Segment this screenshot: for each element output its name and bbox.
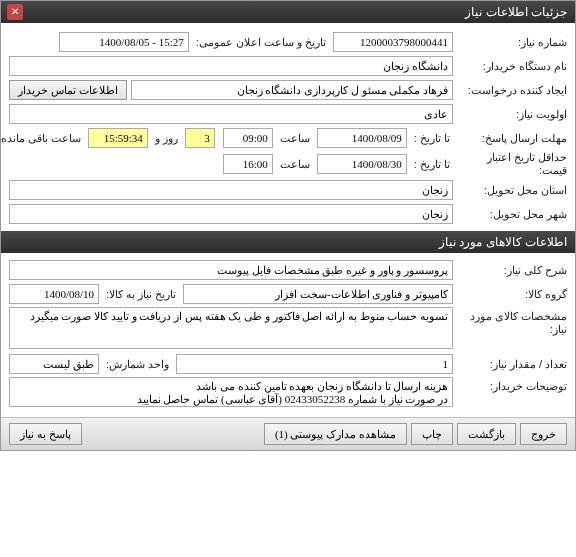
exit-button[interactable]: خروج bbox=[520, 423, 567, 445]
label-announce-datetime: تاریخ و ساعت اعلان عمومی: bbox=[193, 36, 329, 49]
need-no-field[interactable] bbox=[333, 32, 453, 52]
back-button[interactable]: بازگشت bbox=[457, 423, 516, 445]
request-creator-field[interactable] bbox=[131, 80, 454, 100]
need-to-date-field[interactable] bbox=[9, 284, 99, 304]
need-details-window: جزئیات اطلاعات نیاز ✕ شماره نیاز: تاریخ … bbox=[0, 0, 576, 451]
validity-time-field[interactable] bbox=[223, 154, 273, 174]
label-item-spec: مشخصات کالای مورد نیاز: bbox=[457, 307, 567, 336]
need-desc-field[interactable] bbox=[9, 260, 453, 280]
footer-toolbar: خروج بازگشت چاپ مشاهده مدارک پیوستی (1) … bbox=[1, 417, 575, 450]
validity-date-field[interactable] bbox=[317, 154, 407, 174]
item-spec-textarea[interactable] bbox=[9, 307, 453, 349]
window-title: جزئیات اطلاعات نیاز bbox=[465, 5, 567, 19]
reply-button[interactable]: پاسخ به نیاز bbox=[9, 423, 82, 445]
reply-date-field[interactable] bbox=[317, 128, 407, 148]
priority-field[interactable] bbox=[9, 104, 453, 124]
label-buyer-org: نام دستگاه خریدار: bbox=[457, 60, 567, 73]
province-field[interactable] bbox=[9, 180, 453, 200]
label-day-and: روز و bbox=[152, 132, 181, 145]
label-to-date-2: تا تاریخ : bbox=[411, 158, 453, 171]
label-to-date-1: تا تاریخ : bbox=[411, 132, 453, 145]
buyer-org-field[interactable] bbox=[9, 56, 453, 76]
reply-time-field[interactable] bbox=[223, 128, 273, 148]
label-need-no: شماره نیاز: bbox=[457, 36, 567, 49]
label-need-desc: شرح کلی نیاز: bbox=[457, 264, 567, 277]
time-left-field bbox=[88, 128, 148, 148]
qty-field[interactable] bbox=[176, 354, 453, 374]
label-city: شهر محل تحویل: bbox=[457, 208, 567, 221]
announce-datetime-field[interactable] bbox=[59, 32, 189, 52]
label-goods-group: گروه کالا: bbox=[457, 288, 567, 301]
label-priority: اولویت نیاز: bbox=[457, 108, 567, 121]
label-qty: تعداد / مقدار نیاز: bbox=[457, 358, 567, 371]
label-hour-1: ساعت bbox=[277, 132, 313, 145]
close-icon[interactable]: ✕ bbox=[7, 4, 23, 20]
label-request-creator: ایجاد کننده درخواست: bbox=[457, 84, 567, 97]
contact-info-button[interactable]: اطلاعات تماس خریدار bbox=[9, 80, 127, 100]
city-field[interactable] bbox=[9, 204, 453, 224]
label-min-validity: حداقل تاریخ اعتبار قیمت: bbox=[457, 151, 567, 177]
attachments-button[interactable]: مشاهده مدارک پیوستی (1) bbox=[264, 423, 407, 445]
form-body: شماره نیاز: تاریخ و ساعت اعلان عمومی: نا… bbox=[1, 23, 575, 417]
days-left-field bbox=[185, 128, 215, 148]
print-button[interactable]: چاپ bbox=[411, 423, 453, 445]
label-reply-deadline: مهلت ارسال پاسخ: bbox=[457, 132, 567, 145]
label-count-unit: واحد شمارش: bbox=[103, 358, 172, 371]
label-province: استان محل تحویل: bbox=[457, 184, 567, 197]
section-goods-header: اطلاعات کالاهای مورد نیاز bbox=[1, 231, 575, 253]
label-need-to-date: تاریخ نیاز به کالا: bbox=[103, 288, 179, 301]
goods-group-field[interactable] bbox=[183, 284, 453, 304]
buyer-notes-textarea[interactable] bbox=[9, 377, 453, 407]
label-hours-remaining: ساعت باقی مانده bbox=[0, 132, 84, 145]
label-buyer-notes: توضیحات خریدار: bbox=[457, 377, 567, 393]
label-hour-2: ساعت bbox=[277, 158, 313, 171]
count-unit-field[interactable] bbox=[9, 354, 99, 374]
titlebar: جزئیات اطلاعات نیاز ✕ bbox=[1, 1, 575, 23]
